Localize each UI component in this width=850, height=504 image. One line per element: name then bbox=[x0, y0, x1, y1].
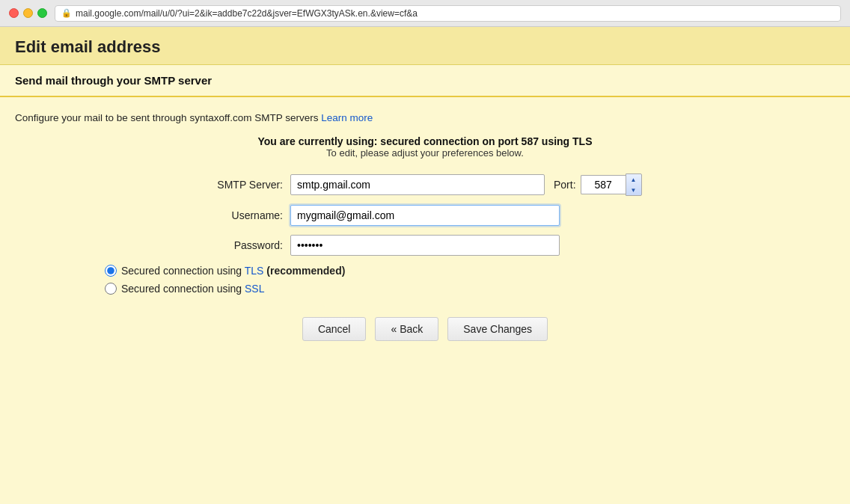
page-header: Edit email address bbox=[0, 27, 850, 65]
minimize-button[interactable] bbox=[23, 8, 33, 18]
browser-chrome: 🔒 mail.google.com/mail/u/0/?ui=2&ik=addb… bbox=[0, 0, 850, 27]
button-row: Cancel « Back Save Changes bbox=[15, 317, 835, 356]
description-text-before: Configure your mail to be sent through s… bbox=[15, 112, 318, 123]
ssl-radio-label: Secured connection using SSL bbox=[121, 283, 264, 295]
username-row: Username: bbox=[201, 205, 649, 226]
traffic-lights bbox=[9, 8, 47, 18]
port-label: Port: bbox=[554, 179, 576, 191]
port-spinner-down[interactable]: ▼ bbox=[626, 185, 641, 195]
lock-icon: 🔒 bbox=[61, 8, 72, 18]
port-spinner[interactable]: ▲ ▼ bbox=[626, 173, 642, 196]
save-changes-button[interactable]: Save Changes bbox=[447, 317, 548, 341]
tls-radio-label: Secured connection using TLS (recommende… bbox=[121, 265, 345, 277]
port-input[interactable] bbox=[581, 175, 626, 194]
close-button[interactable] bbox=[9, 8, 19, 18]
tls-label-before: Secured connection using bbox=[121, 265, 242, 277]
smtp-server-input[interactable] bbox=[290, 174, 545, 195]
smtp-row: SMTP Server: Port: ▲ ▼ bbox=[201, 173, 649, 196]
url-text: mail.google.com/mail/u/0/?ui=2&ik=addbe7… bbox=[76, 8, 418, 19]
form-area: Configure your mail to be sent through s… bbox=[0, 97, 850, 356]
username-input[interactable] bbox=[290, 205, 560, 226]
section-header: Send mail through your SMTP server bbox=[0, 65, 850, 97]
username-label: Username: bbox=[201, 209, 290, 221]
maximize-button[interactable] bbox=[37, 8, 47, 18]
learn-more-link[interactable]: Learn more bbox=[321, 112, 373, 123]
tls-recommended: (recommended) bbox=[266, 265, 345, 277]
page-title: Edit email address bbox=[15, 37, 835, 57]
main-content: Send mail through your SMTP server Confi… bbox=[0, 65, 850, 504]
tls-radio-row: Secured connection using TLS (recommende… bbox=[105, 265, 835, 277]
ssl-radio-row: Secured connection using SSL bbox=[105, 283, 835, 295]
current-status-sub: To edit, please adjust your preferences … bbox=[15, 147, 835, 159]
cancel-button[interactable]: Cancel bbox=[302, 317, 367, 341]
tls-radio-input[interactable] bbox=[105, 265, 117, 277]
url-bar[interactable]: 🔒 mail.google.com/mail/u/0/?ui=2&ik=addb… bbox=[55, 5, 841, 22]
password-input[interactable] bbox=[290, 235, 560, 256]
ssl-radio-input[interactable] bbox=[105, 283, 117, 295]
section-title: Send mail through your SMTP server bbox=[15, 74, 835, 87]
port-spinner-up[interactable]: ▲ bbox=[626, 174, 641, 185]
password-label: Password: bbox=[201, 239, 290, 251]
tls-link[interactable]: TLS bbox=[245, 265, 264, 277]
back-button[interactable]: « Back bbox=[375, 317, 438, 341]
port-input-wrapper: ▲ ▼ bbox=[581, 173, 642, 196]
description-text: Configure your mail to be sent through s… bbox=[15, 112, 835, 123]
smtp-label: SMTP Server: bbox=[201, 179, 290, 191]
current-status: You are currently using: secured connect… bbox=[15, 135, 835, 159]
form-table: SMTP Server: Port: ▲ ▼ Username: Passwo bbox=[201, 173, 649, 256]
current-status-main: You are currently using: secured connect… bbox=[15, 135, 835, 147]
password-row: Password: bbox=[201, 235, 649, 256]
ssl-link[interactable]: SSL bbox=[245, 283, 264, 295]
radio-section: Secured connection using TLS (recommende… bbox=[105, 265, 835, 295]
ssl-label-before: Secured connection using bbox=[121, 283, 242, 295]
